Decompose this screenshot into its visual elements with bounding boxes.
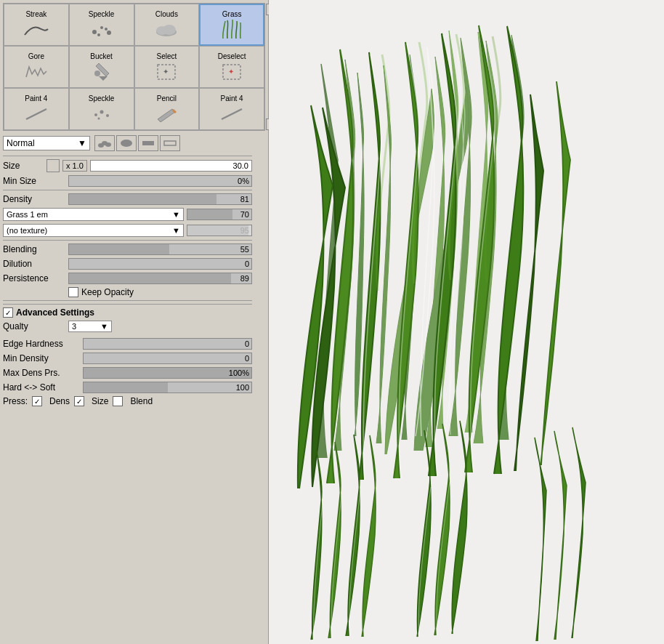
brush-speckle-label: Speckle [89,10,115,18]
edge-hardness-row: Edge Hardness 0 [3,338,252,350]
advanced-settings-label: Advanced Settings [16,307,94,318]
canvas-area[interactable] [269,0,664,644]
press-blend-label: Blend [130,396,153,406]
mode-dropdown[interactable]: Normal ▼ [3,136,90,150]
size-label: Size [3,161,46,171]
advanced-settings-checkbox[interactable] [3,307,13,318]
brush-paint4-1-label: Paint 4 [25,94,47,102]
brush-pencil-icon [153,104,179,124]
quality-arrow: ▼ [100,322,108,331]
size-value[interactable]: 30.0 [90,160,252,172]
edge-hardness-slider[interactable]: 0 [83,338,252,350]
svg-text:✦: ✦ [163,68,169,76]
quality-dropdown[interactable]: 3 ▼ [68,321,112,332]
brush-type-arrow: ▼ [172,210,180,219]
brush-streak[interactable]: Streak [4,4,69,46]
brush-select[interactable]: Select ✦ [134,46,200,88]
brush-pencil[interactable]: Pencil [134,88,200,130]
shape-btn-2[interactable] [116,135,137,151]
hard-soft-label: Hard <-> Soft [3,382,83,393]
brush-select-label: Select [156,52,177,60]
svg-point-0 [92,30,97,34]
texture-arrow: ▼ [172,226,180,235]
dilution-value: 0 [245,259,249,269]
brush-type-label: Grass 1 em [7,210,48,219]
press-size-checkbox[interactable] [74,396,84,406]
hard-soft-slider[interactable]: 100 [83,382,252,393]
blending-label: Blending [3,244,68,254]
quality-row: Qualty 3 ▼ [3,321,252,332]
press-blend-checkbox[interactable] [113,396,123,406]
brush-type-value: 70 [240,209,249,220]
brush-speckle-icon [89,20,115,40]
max-dens-prs-row: Max Dens Prs. 100% [3,367,252,379]
min-size-slider[interactable]: 0% [68,175,252,187]
divider-2 [3,190,252,190]
brush-paint4-2[interactable]: Paint 4 [199,88,264,130]
svg-text:✦: ✦ [228,68,234,76]
density-fill [69,194,216,204]
shape-btn-3[interactable] [138,135,158,151]
svg-line-18 [222,109,242,119]
brush-grass-label: Grass [222,10,242,18]
size-multiplier[interactable]: x 1.0 [62,160,87,172]
brush-gore[interactable]: Gore [4,46,69,88]
right-panel[interactable] [269,0,664,644]
brush-deselect-icon: ✦ [219,62,245,82]
shape-btn-1[interactable] [94,135,115,151]
svg-point-1 [100,26,103,29]
brush-deselect-label: Deselect [218,52,246,60]
brush-speckle2-label: Speckle [89,94,115,102]
divider-4 [3,300,252,301]
brush-paint4-1[interactable]: Paint 4 [4,88,69,130]
shape-btn-4[interactable] [160,135,180,151]
mode-row: Normal ▼ [3,135,252,151]
press-dens-checkbox[interactable] [32,396,42,406]
edge-hardness-value: 0 [245,339,249,349]
brush-grass[interactable]: Grass [199,4,264,46]
brush-type-fill [187,209,232,220]
max-dens-prs-fill [84,368,251,378]
brush-type-slider[interactable]: 70 [187,209,252,220]
min-density-value: 0 [245,353,249,363]
brush-bucket[interactable]: Bucket [69,46,134,88]
size-row: Size x 1.0 30.0 [3,159,252,172]
brush-bucket-label: Bucket [90,52,113,60]
brush-bucket-icon [89,62,115,82]
brush-streak-label: Streak [25,10,46,18]
hard-soft-row: Hard <-> Soft 100 [3,382,252,393]
dilution-slider[interactable]: 0 [68,258,252,270]
min-density-slider[interactable]: 0 [83,353,252,364]
svg-point-4 [105,28,108,31]
blending-slider[interactable]: 55 [68,243,252,255]
texture-dropdown[interactable]: (no texture) ▼ [3,224,184,237]
texture-value: 95 [240,225,249,236]
texture-slider[interactable]: 95 [187,225,252,236]
brush-speckle[interactable]: Speckle [69,4,134,46]
max-dens-prs-slider[interactable]: 100% [83,367,252,379]
brush-paint4-1-icon [23,104,49,124]
mode-label: Normal [7,138,35,148]
brush-gore-label: Gore [28,52,44,60]
max-dens-prs-label: Max Dens Prs. [3,368,83,378]
density-value: 81 [240,194,249,204]
density-slider[interactable]: 81 [68,193,252,205]
brush-gore-icon [23,62,49,82]
brush-deselect[interactable]: Deselect ✦ [199,46,264,88]
svg-line-13 [26,109,46,119]
blending-fill [69,244,169,254]
keep-opacity-checkbox[interactable] [68,287,78,297]
svg-point-3 [97,33,100,36]
brush-clouds[interactable]: Clouds [134,4,200,46]
brush-speckle2[interactable]: Speckle [69,88,134,130]
persistence-slider[interactable]: 89 [68,273,252,284]
quality-label: Qualty [3,321,68,331]
size-toggle-btn[interactable] [46,159,60,172]
advanced-section: Advanced Settings Qualty 3 ▼ Edge Hardne… [3,304,252,406]
density-row: Density 81 [3,193,252,205]
persistence-fill [69,273,231,283]
density-label: Density [3,194,68,204]
min-size-value: 0% [238,176,249,186]
brush-clouds-icon [153,20,179,40]
brush-type-dropdown[interactable]: Grass 1 em ▼ [3,208,184,221]
